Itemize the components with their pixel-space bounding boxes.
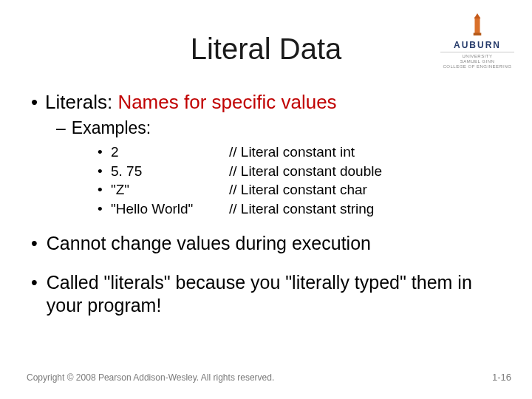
svg-rect-0 [474, 17, 480, 34]
svg-rect-2 [474, 33, 482, 35]
copyright-text: Copyright © 2008 Pearson Addison-Wesley.… [27, 372, 274, 383]
auburn-logo: AUBURN UNIVERSITY SAMUEL GINN COLLEGE OF… [440, 13, 514, 70]
example-value: 2 [111, 143, 229, 162]
example-comment: // Literal constant double [229, 162, 505, 181]
bullet-dot-icon: • [98, 143, 105, 162]
logo-sub3: COLLEGE OF ENGINEERING [440, 64, 514, 69]
example-row: • 5. 75 // Literal constant double [98, 162, 505, 181]
examples-block: • 2 // Literal constant int • 5. 75 // L… [98, 143, 505, 219]
example-comment: // Literal constant string [229, 200, 505, 219]
logo-sub2: SAMUEL GINN [440, 59, 514, 64]
bullet-dot-icon: • [98, 200, 105, 219]
example-value: "Z" [111, 180, 229, 200]
bullet-dot-icon: • [31, 271, 38, 318]
slide-title: Literal Data [27, 33, 505, 66]
example-row: • "Hello World" // Literal constant stri… [98, 200, 505, 219]
logo-sub: UNIVERSITY SAMUEL GINN COLLEGE OF ENGINE… [440, 52, 514, 70]
logo-sub1: UNIVERSITY [440, 54, 514, 59]
example-comment: // Literal constant int [229, 143, 505, 162]
sub-bullet-examples: –Examples: [56, 118, 505, 138]
page-number: 1-16 [492, 372, 511, 383]
tower-icon [471, 13, 484, 35]
bullet-literals-prefix: Literals: [45, 91, 117, 113]
dash-icon: – [56, 118, 66, 137]
bullet-literals-red: Names for specific values [117, 91, 336, 113]
example-comment: // Literal constant char [229, 180, 505, 200]
bullet-dot-icon: • [98, 162, 105, 181]
bullet-dot-icon: • [31, 91, 38, 113]
bullet-dot-icon: • [98, 180, 105, 200]
example-value: 5. 75 [111, 162, 229, 181]
bullet-dot-icon: • [31, 232, 38, 255]
example-value: "Hello World" [111, 200, 229, 219]
bullet-literals: •Literals: Names for specific values [31, 91, 505, 114]
bullet-called-literals: • Called "literals" because you "literal… [31, 271, 505, 318]
svg-marker-1 [474, 13, 481, 18]
bullet-called-literals-text: Called "literals" because you "literally… [47, 271, 505, 318]
bullet-cannot-change: • Cannot change values during execution [31, 232, 505, 255]
logo-word: AUBURN [440, 40, 514, 50]
bullet-cannot-change-text: Cannot change values during execution [47, 232, 505, 255]
example-row: • 2 // Literal constant int [98, 143, 505, 162]
example-row: • "Z" // Literal constant char [98, 180, 505, 200]
examples-label: Examples: [72, 118, 151, 137]
